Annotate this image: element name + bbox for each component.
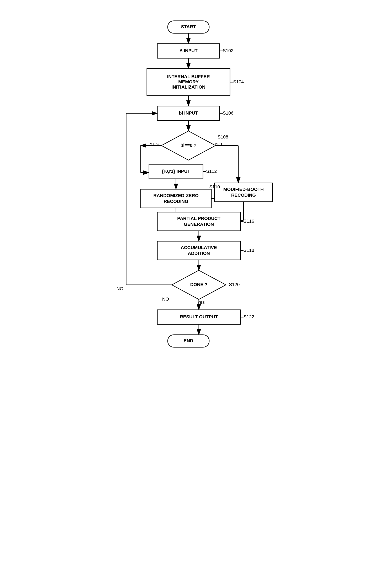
flowchart: START A INPUT S102 INTERNAL BUFFER MEMOR…: [99, 12, 286, 575]
random-line2: RECODING: [163, 199, 188, 204]
ainput-label: A INPUT: [179, 48, 198, 53]
start-label: START: [181, 24, 196, 29]
no-loop-label: NO: [116, 286, 123, 291]
no-left-label: NO: [162, 296, 169, 302]
no-right-label: NO: [215, 142, 222, 147]
yes-label: YES: [149, 142, 159, 147]
partial-line1: PARTIAL PRODUCT: [177, 216, 221, 221]
partial-line2: GENERATION: [184, 222, 214, 227]
s110-label: S110: [209, 184, 220, 189]
s108-label: S108: [218, 134, 228, 140]
end-label: END: [183, 338, 193, 343]
random-line1: RANDOMIZED-ZERO: [153, 193, 199, 198]
accum-line2: ADDITION: [188, 251, 210, 256]
s106-label: S106: [223, 110, 233, 116]
modified-line1: MODIFIED-BOOTH: [223, 187, 263, 192]
init-line2: MEMORY: [178, 79, 199, 84]
result-label: RESULT OUTPUT: [180, 314, 218, 319]
yes-done-label: Yes: [197, 300, 205, 305]
s120-label: S120: [229, 282, 240, 287]
s104-label: S104: [233, 79, 244, 84]
decision1-label: bi==0 ?: [180, 143, 196, 148]
init-line3: INITIALIZATION: [171, 84, 205, 90]
modified-line2: RECODING: [231, 192, 256, 198]
r0r1-label: {r0,r1} INPUT: [162, 169, 190, 174]
init-line1: INTERNAL BUFFER: [167, 74, 210, 79]
s118-label: S118: [243, 248, 254, 253]
biinput-label: bi INPUT: [179, 110, 198, 116]
s102-label: S102: [223, 48, 233, 53]
s122-label: S122: [243, 314, 254, 319]
s116-label: S116: [243, 219, 254, 224]
s112-label: S112: [206, 169, 217, 174]
decision2-label: DONE ?: [190, 282, 207, 287]
accum-line1: ACCUMULATIVE: [181, 245, 217, 250]
